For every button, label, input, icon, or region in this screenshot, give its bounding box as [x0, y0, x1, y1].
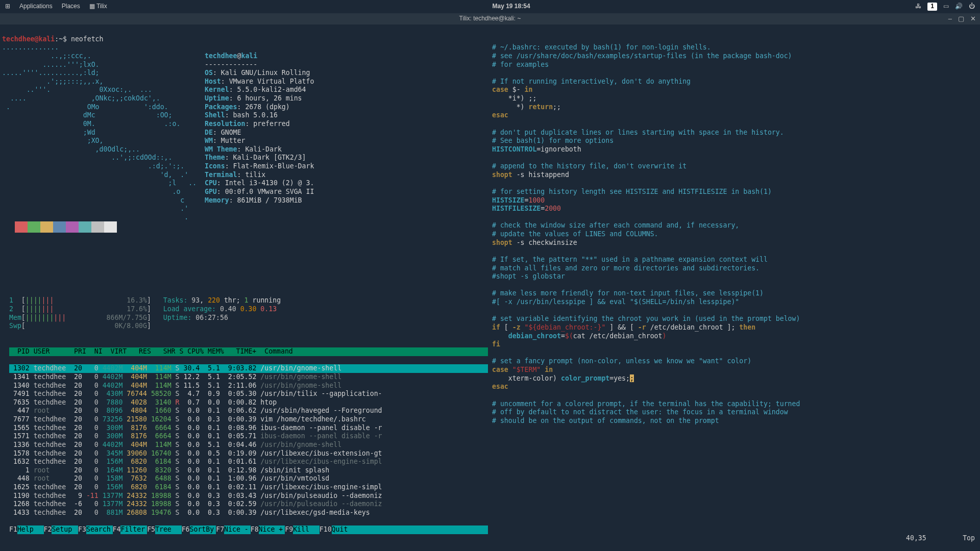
process-row[interactable]: 7491 techdhee 20 0 430M 76744 58520 S 4.… — [9, 390, 488, 398]
minimize-button[interactable]: – — [948, 15, 952, 23]
htop-column-header: PID USER PRI NI VIRT RES SHR S CPU% MEM%… — [9, 347, 488, 356]
fn-key[interactable]: F4 — [113, 525, 121, 534]
process-row[interactable]: 1632 techdhee 20 0 156M 6820 6184 S 0.0 … — [9, 458, 488, 466]
fn-key[interactable]: F3 — [78, 525, 86, 534]
terminal-pane-vim[interactable]: # ~/.bashrc: executed by bash(1) for non… — [490, 24, 980, 551]
process-row[interactable]: 1190 techdhee 9 -11 1377M 24332 18988 S … — [9, 492, 488, 500]
neofetch-output: .............. ..,;:ccc,. techdhee@kali … — [2, 43, 488, 241]
maximize-button[interactable]: ▢ — [958, 15, 964, 23]
process-row[interactable]: 1 root 20 0 164M 11260 8320 S 0.0 0.1 0:… — [9, 466, 488, 475]
process-row[interactable]: 1433 techdhee 20 0 881M 26808 19476 S 0.… — [9, 509, 488, 517]
process-row[interactable]: 1336 techdhee 20 0 4402M 404M 114M S 0.0… — [9, 441, 488, 449]
process-row[interactable]: 1571 techdhee 20 0 300M 8176 6664 S 0.0 … — [9, 432, 488, 441]
bashrc-content: # ~/.bashrc: executed by bash(1) for non… — [492, 43, 978, 425]
terminal-pane-htop[interactable]: 1 [||||||| 16.3%] Tasks: 93, 220 thr; 1 … — [0, 288, 490, 551]
htop-function-keys: F1Help F2Setup F3SearchF4FilterF5Tree F6… — [9, 525, 488, 534]
places-menu[interactable]: Places — [62, 3, 80, 10]
fn-key[interactable]: F10 — [320, 525, 332, 534]
fn-key[interactable]: F2 — [44, 525, 52, 534]
terminal-pane-neofetch[interactable]: techdhee@kali:~$ neofetch ..............… — [0, 24, 490, 288]
process-row[interactable]: 1341 techdhee 20 0 4402M 404M 114M S 12.… — [9, 373, 488, 382]
activities-icon[interactable]: ⊞ — [5, 3, 10, 10]
window-title: Tilix: techdhee@kali: ~ — [459, 15, 521, 22]
vim-status-line: 40,35 Top — [881, 525, 975, 551]
process-row[interactable]: 1302 techdhee 20 0 4402M 404M 114M S 30.… — [9, 364, 488, 373]
fn-key[interactable]: F6 — [182, 525, 190, 534]
power-icon[interactable]: ⏻ — [969, 3, 975, 10]
fn-key[interactable]: F8 — [251, 525, 259, 534]
prompt-path: :~$ — [55, 35, 71, 43]
htop-process-list: 1302 techdhee 20 0 4402M 404M 114M S 30.… — [9, 364, 488, 517]
keyboard-icon[interactable]: ▭ — [943, 3, 949, 10]
fn-key[interactable]: F1 — [9, 525, 17, 534]
process-row[interactable]: 1565 techdhee 20 0 300M 8176 6664 S 0.0 … — [9, 424, 488, 433]
process-row[interactable]: 447 root 20 0 8096 4804 1660 S 0.0 0.1 0… — [9, 407, 488, 415]
app-title[interactable]: ▦ Tilix — [89, 3, 107, 10]
applications-menu[interactable]: Applications — [19, 3, 53, 10]
volume-icon[interactable]: 🔊 — [955, 3, 963, 10]
window-titlebar: Tilix: techdhee@kali: ~ – ▢ ✕ — [0, 13, 980, 24]
network-icon[interactable]: 🖧 — [915, 3, 921, 10]
gnome-topbar: ⊞ Applications Places ▦ Tilix May 19 18:… — [0, 0, 980, 13]
prompt-command: neofetch — [71, 35, 104, 43]
fn-key[interactable]: F7 — [216, 525, 224, 534]
close-button[interactable]: ✕ — [970, 15, 976, 23]
fn-key[interactable]: F9 — [285, 525, 293, 534]
process-row[interactable]: 1625 techdhee 20 0 156M 6820 6184 S 0.0 … — [9, 483, 488, 492]
prompt-user: techdhee@kali — [2, 35, 55, 43]
fn-key[interactable]: F5 — [147, 525, 155, 534]
process-row[interactable]: 448 root 20 0 158M 7632 6488 S 0.0 0.1 1… — [9, 474, 488, 483]
process-row[interactable]: 1578 techdhee 20 0 345M 39060 16740 S 0.… — [9, 449, 488, 458]
process-row[interactable]: 1268 techdhee -6 0 1377M 24332 18988 S 0… — [9, 500, 488, 509]
process-row[interactable]: 1340 techdhee 20 0 4402M 404M 114M S 11.… — [9, 382, 488, 390]
clock[interactable]: May 19 18:54 — [107, 3, 916, 10]
workspace-indicator[interactable]: 1 — [927, 3, 937, 10]
process-row[interactable]: 7635 techdhee 20 0 7880 4028 3140 R 0.7 … — [9, 398, 488, 407]
htop-meters: 1 [||||||| 16.3%] Tasks: 93, 220 thr; 1 … — [9, 296, 488, 339]
process-row[interactable]: 7677 techdhee 20 0 73256 21580 16204 S 0… — [9, 415, 488, 424]
